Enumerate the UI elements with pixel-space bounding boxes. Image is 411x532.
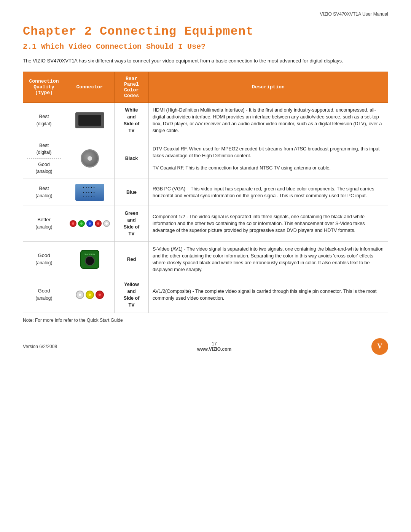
connection-table: ConnectionQuality(type) Connector RearPa… [23,72,388,313]
note-text: Note: For more info refer to the Quick S… [23,318,388,323]
av-yellow-icon [86,291,94,299]
rca-white-icon [103,220,110,227]
rca-red2-icon [95,220,102,227]
color-code-rf: Black [115,138,149,179]
table-row: Better(analog) GreenandSide ofTV Compone… [23,206,388,242]
table-row: Good(analog) YellowandSide ofTV AV1/2(Co… [23,277,388,313]
footer-version: Version 6/2/2008 [23,344,57,349]
rf-connector-icon [81,149,99,168]
quality-cell-svideo: Good(analog) [23,241,65,277]
rca-blue-icon [86,220,93,227]
hdmi-connector-icon [75,112,104,128]
desc-cell-component: Component 1/2 - The video signal is sepa… [149,206,388,242]
col-header-description: Description [149,72,388,102]
footer-website: www.VIZIO.com [197,347,231,352]
quality-cell-component: Better(analog) [23,206,65,242]
color-code-av: YellowandSide ofTV [115,277,149,313]
vizio-logo-icon: V [371,338,388,355]
connector-cell-svideo [65,241,115,277]
quality-cell-av: Good(analog) [23,277,65,313]
color-code-svideo: Red [115,241,149,277]
desc-cell-vga: RGB PC (VGA) – This video input has sepa… [149,179,388,206]
col-header-connector: Connector [65,72,115,102]
color-code-vga: Blue [115,179,149,206]
manual-title: VIZIO SV470XVT1A User Manual [320,11,388,17]
table-row: Good(analog) Red S-Video (AV1) - The vid… [23,241,388,277]
desc-cell-svideo: S-Video (AV1) - The video signal is sepa… [149,241,388,277]
connector-cell-hdmi [65,102,115,138]
desc-cell-rf: DTV Coaxial RF. When used for MPEG2 enco… [149,138,388,179]
table-row: Best(digital) Good(analog) Black DTV Coa… [23,138,388,179]
col-header-quality: ConnectionQuality(type) [23,72,65,102]
color-code-component: GreenandSide ofTV [115,206,149,242]
connector-cell-av [65,277,115,313]
section-title: 2.1 Which Video Connection Should I Use? [23,42,388,51]
quality-cell-hdmi: Best(digital) [23,102,65,138]
footer-page-number: 17 www.VIZIO.com [197,341,231,352]
desc-rf-top: DTV Coaxial RF. When used for MPEG2 enco… [153,145,384,159]
rca-red-icon [70,220,76,227]
desc-rf-bottom: TV Coaxial RF. This is the connection fo… [153,165,384,171]
svideo-connector-icon [80,250,99,269]
page-footer: Version 6/2/2008 17 www.VIZIO.com V [23,338,388,355]
rca-green-icon [78,220,85,227]
connector-cell-rf [65,138,115,179]
av-red-icon [96,291,104,299]
desc-cell-av: AV1/2(Composite) - The complete video si… [149,277,388,313]
av-white-icon [76,291,84,299]
connector-cell-component [65,206,115,242]
intro-paragraph: The VIZIO SV470XVT1A has six different w… [23,57,365,65]
table-row: Best(analog) Blue RGB PC (VGA) – This vi… [23,179,388,206]
connector-cell-vga [65,179,115,206]
chapter-title: Chapter 2 Connecting Equipment [23,24,388,38]
table-row: Best(digital) WhiteandSide ofTV HDMI (Hi… [23,102,388,138]
desc-cell-hdmi: HDMI (High-Definition Multimedia Interfa… [149,102,388,138]
quality-cell-vga: Best(analog) [23,179,65,206]
dashed-line [27,158,61,159]
vga-connector-icon [75,184,104,201]
quality-cell-rf: Best(digital) Good(analog) [23,138,65,179]
page-header: VIZIO SV470XVT1A User Manual [23,11,388,17]
col-header-color: RearPanelColorCodes [115,72,149,102]
desc-divider [153,162,384,162]
color-code-hdmi: WhiteandSide ofTV [115,102,149,138]
